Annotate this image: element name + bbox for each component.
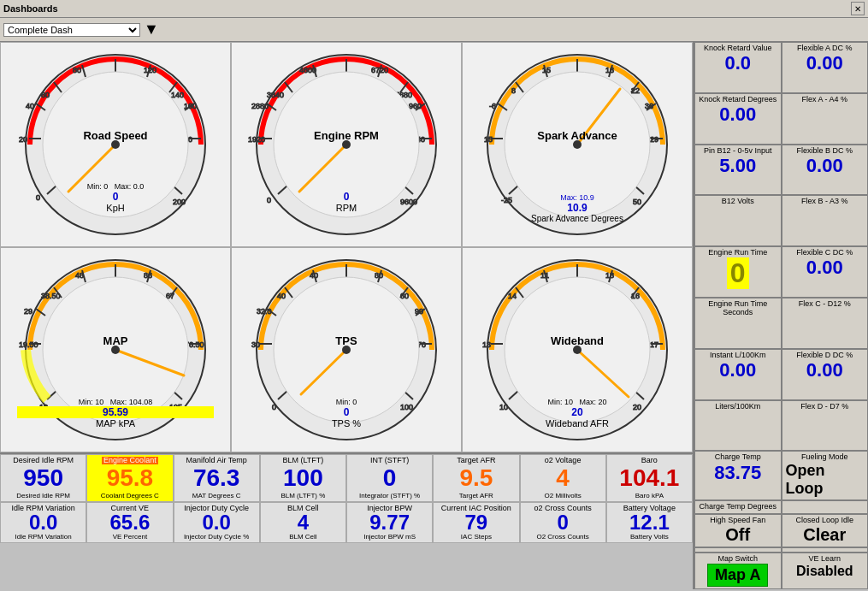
data-baro: Baro 104.1 Baro kPA bbox=[606, 454, 693, 502]
data-target-afr: Target AFR 9.5 Target AFR bbox=[433, 454, 519, 502]
rp-flexible-b-dc-val: 0.00 bbox=[806, 156, 843, 176]
gauge-tps-unit: TPS % bbox=[248, 418, 445, 428]
gauge-tps-value: 0 bbox=[248, 406, 445, 418]
data-battery-voltage-value: 12.1 bbox=[629, 512, 670, 533]
rp-knock-retard-value: Knock Retard Value 0.0 bbox=[694, 42, 782, 93]
svg-text:38.50: 38.50 bbox=[41, 292, 61, 300]
svg-text:960: 960 bbox=[409, 102, 422, 110]
svg-text:16: 16 bbox=[631, 292, 640, 300]
data-injector-duty-cycle: Injector Duty Cycle 0.0 Injector Duty Cy… bbox=[174, 502, 260, 543]
gauge-tps-label: TPS bbox=[248, 334, 445, 347]
data-desired-idle-rpm-value: 950 bbox=[23, 466, 63, 490]
data-int-stft-value: 0 bbox=[383, 466, 397, 490]
data-engine-coolant: Engine Coolant 95.8 Coolant Degrees C bbox=[86, 454, 173, 502]
gauge-row-1: 100 60 20 0 140 180 200 bbox=[0, 42, 693, 247]
rp-pin-b12-val: 5.00 bbox=[719, 156, 756, 176]
data-blm-cell-value: 4 bbox=[298, 512, 309, 533]
svg-text:140: 140 bbox=[171, 91, 184, 99]
right-panel: Knock Retard Value 0.0 Flexible A DC % 0… bbox=[693, 42, 868, 589]
svg-text:4600: 4600 bbox=[299, 66, 316, 74]
gauge-wideband-label: Wideband bbox=[479, 334, 676, 347]
data-injector-duty-cycle-value: 0.0 bbox=[202, 512, 230, 533]
rp-flexible-a-dc-val: 0.00 bbox=[806, 53, 843, 74]
svg-text:60: 60 bbox=[400, 292, 409, 300]
gauge-road-speed-label: Road Speed bbox=[17, 129, 214, 142]
rp-pin-b12: Pin B12 - 0-5v Input 5.00 bbox=[694, 145, 782, 196]
svg-text:18: 18 bbox=[605, 271, 614, 280]
svg-text:86: 86 bbox=[144, 271, 152, 280]
gauge-engine-rpm-unit: RPM bbox=[248, 203, 445, 213]
rp-map-switch-val[interactable]: Map A bbox=[707, 564, 768, 587]
rp-instant-l100km-val: 0.00 bbox=[719, 360, 756, 381]
data-manifold-air-temp-value: 76.3 bbox=[193, 466, 240, 490]
svg-text:32.0: 32.0 bbox=[257, 307, 272, 316]
rp-flex-c-d12: Flex C - D12 % bbox=[782, 298, 869, 349]
rp-flexible-c-dc-val: 0.00 bbox=[806, 257, 843, 278]
rp-liters-100km: Liters/100Km bbox=[694, 400, 782, 452]
gauge-road-speed-value: 0 bbox=[17, 191, 214, 203]
rp-flex-d-d7: Flex D - D7 % bbox=[782, 400, 869, 452]
dropdown-arrow-icon[interactable]: ▼ bbox=[144, 21, 159, 38]
gauge-road-speed-unit: KpH bbox=[17, 203, 214, 213]
gauge-spark-advance-unit: Spark Advance Degrees bbox=[479, 214, 676, 223]
svg-text:120: 120 bbox=[144, 66, 156, 74]
gauge-wideband-unit: Wideband AFR bbox=[479, 418, 676, 428]
svg-text:40: 40 bbox=[26, 102, 34, 110]
rp-flexible-c-dc: Flexible C DC % 0.00 bbox=[782, 246, 869, 298]
rp-b12-volts: B12 Volts bbox=[694, 195, 782, 246]
rp-engine-run-time: Engine Run Time 0 bbox=[694, 246, 782, 298]
gauge-tps-info: Min: 0 0 TPS % bbox=[248, 398, 445, 428]
rp-flexible-b-dc: Flexible B DC % 0.00 bbox=[782, 145, 869, 196]
gauge-map-label: MAP bbox=[17, 334, 214, 347]
gauge-engine-rpm-label: Engine RPM bbox=[248, 129, 445, 142]
data-current-ve-value: 65.6 bbox=[110, 512, 151, 533]
svg-text:15: 15 bbox=[542, 66, 551, 74]
data-blm-ltft: BLM (LTFT) 100 BLM (LTFT) % bbox=[260, 454, 346, 502]
rp-flex-a-a4: 0.00 bbox=[719, 104, 756, 125]
gauge-wideband-info: Min: 10 Max: 20 20 Wideband AFR bbox=[479, 398, 676, 428]
svg-text:48: 48 bbox=[75, 271, 84, 280]
close-button[interactable]: ✕ bbox=[851, 2, 865, 15]
svg-text:29: 29 bbox=[24, 307, 32, 316]
svg-text:11: 11 bbox=[540, 271, 549, 280]
data-idle-rpm-variation-value: 0.0 bbox=[29, 512, 57, 533]
rp-knock-retard-deg: Knock Retard Degrees 0.00 bbox=[694, 93, 782, 145]
svg-text:6720: 6720 bbox=[371, 66, 388, 74]
rp-fueling-mode-val: Open Loop bbox=[786, 462, 865, 498]
gauge-map-value: 95.59 bbox=[17, 406, 214, 418]
rp-charge-temp-degrees: Charge Temp Degrees bbox=[694, 500, 782, 514]
data-engine-coolant-value: 95.8 bbox=[107, 464, 154, 492]
data-current-iac: Current IAC Position 79 IAC Steps bbox=[433, 502, 519, 543]
rp-high-speed-fan: High Speed Fan Off bbox=[694, 514, 782, 547]
svg-text:14: 14 bbox=[508, 292, 517, 300]
rp-ve-learn-val: Disabled bbox=[796, 564, 853, 579]
svg-text:80: 80 bbox=[73, 66, 81, 74]
svg-text:2880: 2880 bbox=[251, 102, 269, 110]
gauge-wideband-value: 20 bbox=[479, 406, 676, 418]
svg-text:16: 16 bbox=[605, 66, 614, 74]
data-o2-voltage-value: 4 bbox=[556, 464, 570, 492]
rp-closed-loop-idle: Closed Loop Idle Clear bbox=[782, 514, 869, 547]
rp-flexible-d-dc-val: 0.00 bbox=[806, 360, 843, 381]
rp-knock-retard-value-val: 0.0 bbox=[724, 53, 751, 74]
rp-flex-b-a3: Flex B - A3 % bbox=[782, 195, 869, 246]
toolbar: Complete Dash ▼ bbox=[0, 18, 868, 42]
svg-text:22: 22 bbox=[631, 86, 640, 95]
svg-text:8: 8 bbox=[511, 86, 516, 95]
svg-text:80: 80 bbox=[375, 271, 383, 280]
data-blm-ltft-value: 100 bbox=[283, 466, 323, 490]
data-blm-cell: BLM Cell 4 BLM Cell bbox=[260, 502, 346, 543]
gauge-tps: 50 40 30 0 60 70 100 bbox=[231, 247, 462, 452]
left-content: 100 60 20 0 140 180 200 bbox=[0, 42, 693, 589]
rp-map-switch: Map Switch Map A bbox=[694, 553, 782, 589]
gauge-wideband: 15 14 13 10 16 17 20 bbox=[462, 247, 693, 452]
dashboard-select[interactable]: Complete Dash bbox=[3, 23, 140, 37]
gauge-spark-advance-info: Max: 10.9 10.9 Spark Advance Degrees bbox=[479, 193, 676, 223]
svg-text:40: 40 bbox=[277, 292, 286, 300]
gauge-map: 57.50 38.50 19.50 10 67 76.50 bbox=[0, 247, 231, 452]
data-target-afr-value: 9.5 bbox=[459, 464, 493, 492]
gauge-map-unit: MAP kPA bbox=[17, 418, 214, 428]
data-idle-rpm-variation: Idle RPM Variation 0.0 Idle RPM Variatio… bbox=[0, 502, 86, 543]
rp-charge-temp: Charge Temp 83.75 bbox=[694, 451, 782, 500]
rp-flexible-d-dc: Flexible D DC % 0.00 bbox=[782, 349, 869, 400]
